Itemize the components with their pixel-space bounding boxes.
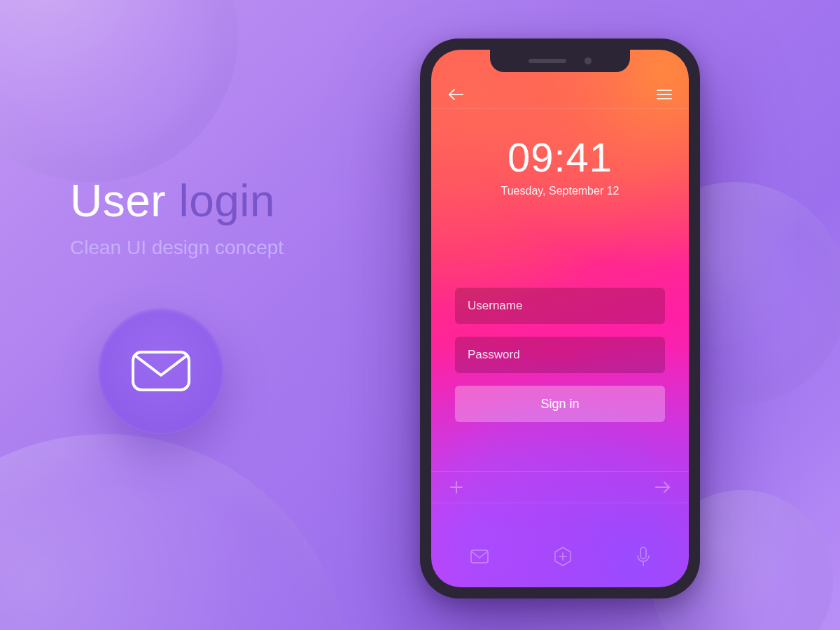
hamburger-menu-icon[interactable]	[657, 89, 672, 100]
bg-bubble	[0, 0, 238, 182]
plus-icon[interactable]	[449, 480, 463, 494]
page-title: User login	[70, 175, 284, 227]
phone-screen: 09:41 Tuesday, September 12 Sign in	[431, 50, 689, 587]
forward-arrow-icon[interactable]	[655, 481, 671, 493]
clock-time: 09:41	[431, 134, 689, 181]
bg-bubble	[0, 434, 350, 630]
clock-block: 09:41 Tuesday, September 12	[431, 134, 689, 197]
mid-action-bar	[431, 471, 689, 503]
microphone-icon[interactable]	[637, 547, 650, 566]
svg-rect-1	[471, 550, 488, 563]
page-subtitle: Clean UI design concept	[70, 237, 284, 259]
mail-badge	[98, 308, 224, 434]
username-field[interactable]	[455, 288, 665, 324]
svg-rect-2	[640, 547, 646, 559]
phone-frame: 09:41 Tuesday, September 12 Sign in	[420, 38, 700, 598]
front-camera	[584, 57, 592, 64]
phone-notch	[490, 50, 630, 72]
back-arrow-icon[interactable]	[448, 88, 463, 101]
clock-date: Tuesday, September 12	[431, 185, 689, 197]
app-top-bar	[431, 80, 689, 108]
password-field[interactable]	[455, 337, 665, 373]
speaker-grille	[528, 59, 566, 63]
mail-icon	[131, 350, 191, 392]
design-canvas: User login Clean UI design concept	[0, 0, 840, 630]
sign-in-button[interactable]: Sign in	[455, 386, 665, 422]
bottom-tab-bar	[431, 547, 689, 566]
title-word-2: login	[178, 176, 275, 226]
svg-rect-0	[133, 352, 189, 390]
headline-block: User login Clean UI design concept	[70, 175, 284, 259]
login-form: Sign in	[455, 288, 665, 422]
hex-add-icon[interactable]	[554, 547, 572, 566]
mail-icon[interactable]	[470, 550, 489, 564]
title-word-1: User	[70, 176, 166, 226]
